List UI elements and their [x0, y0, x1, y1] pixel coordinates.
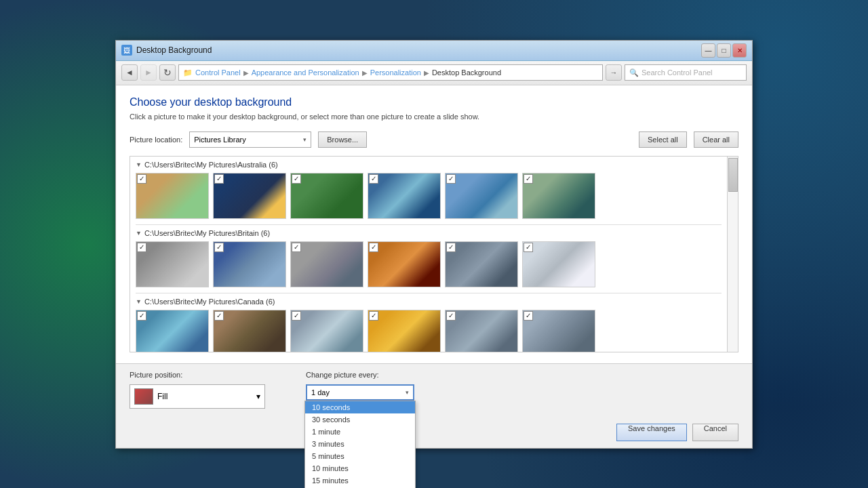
- thumb-ca4[interactable]: ✓: [368, 310, 441, 352]
- maximize-button[interactable]: □: [717, 43, 731, 58]
- breadcrumb-part2: Appearance and Personalization: [252, 68, 359, 77]
- thumb-au4[interactable]: ✓: [368, 173, 441, 219]
- thumb-au4-img: [368, 173, 441, 219]
- action-buttons: Save changes Cancel: [130, 424, 738, 441]
- address-bar[interactable]: 📁 Control Panel ▶ Appearance and Persona…: [178, 64, 603, 81]
- thumb-br2-check[interactable]: ✓: [214, 243, 224, 252]
- group-australia-arrow: ▼: [136, 161, 142, 168]
- position-value: Fill: [157, 392, 167, 401]
- thumb-au3-check[interactable]: ✓: [292, 174, 301, 184]
- thumb-br5[interactable]: ✓: [445, 241, 518, 287]
- toolbar: ◄ ► ↻ 📁 Control Panel ▶ Appearance and P…: [116, 61, 752, 85]
- option-15minutes[interactable]: 15 minutes: [305, 474, 415, 487]
- option-5minutes[interactable]: 5 minutes: [305, 450, 415, 462]
- thumb-br1-img: [136, 241, 209, 287]
- thumb-au3[interactable]: ✓: [290, 173, 363, 219]
- picture-location-value: Pictures Library: [194, 136, 245, 144]
- thumb-au2-img: [213, 173, 286, 219]
- thumb-au6-check[interactable]: ✓: [524, 174, 533, 184]
- position-arrow: ▾: [256, 392, 260, 401]
- forward-button[interactable]: ►: [140, 64, 157, 81]
- thumb-br5-img: [445, 241, 518, 287]
- thumb-au2-check[interactable]: ✓: [214, 174, 224, 184]
- bottom-row1: Picture position: Fill ▾ Change picture …: [130, 371, 738, 417]
- thumb-br1[interactable]: ✓: [136, 241, 209, 287]
- sep3: ▶: [424, 69, 429, 77]
- browse-button[interactable]: Browse...: [318, 131, 367, 148]
- controls-row: Picture location: Pictures Library ▾ Bro…: [130, 131, 738, 148]
- title-bar-left: 🖼 Desktop Background: [121, 45, 212, 56]
- select-all-button[interactable]: Select all: [639, 131, 687, 148]
- thumb-br4[interactable]: ✓: [368, 241, 441, 287]
- picture-grid[interactable]: ▼ C:\Users\Britec\My Pictures\Australia …: [130, 156, 738, 352]
- back-button[interactable]: ◄: [121, 64, 138, 81]
- thumb-br1-check[interactable]: ✓: [137, 243, 146, 252]
- scrollbar-thumb[interactable]: [728, 158, 738, 192]
- thumb-au5[interactable]: ✓: [445, 173, 518, 219]
- page-subtitle: Click a picture to make it your desktop …: [130, 113, 738, 121]
- thumb-ca4-check[interactable]: ✓: [369, 311, 378, 321]
- thumb-br2[interactable]: ✓: [213, 241, 286, 287]
- option-10minutes[interactable]: 10 minutes: [305, 462, 415, 474]
- sep1: ▶: [243, 69, 249, 77]
- thumb-au4-check[interactable]: ✓: [369, 174, 378, 184]
- thumb-br6[interactable]: ✓: [522, 241, 595, 287]
- thumb-au1[interactable]: ✓: [136, 173, 209, 219]
- thumb-ca1[interactable]: ✓: [136, 310, 209, 352]
- thumb-au6[interactable]: ✓: [522, 173, 595, 219]
- thumb-ca3-img: [290, 310, 363, 352]
- thumb-au5-check[interactable]: ✓: [446, 174, 456, 184]
- thumb-ca1-check[interactable]: ✓: [137, 311, 146, 321]
- thumb-br4-check[interactable]: ✓: [369, 243, 378, 252]
- clear-all-button[interactable]: Clear all: [694, 131, 738, 148]
- breadcrumb-part4: Desktop Background: [432, 68, 501, 77]
- thumb-br6-img: [522, 241, 595, 287]
- position-preview: [134, 388, 153, 405]
- option-10seconds[interactable]: 10 seconds: [305, 401, 415, 413]
- refresh-button[interactable]: ↻: [159, 64, 176, 81]
- thumb-br3[interactable]: ✓: [290, 241, 363, 287]
- option-3minutes[interactable]: 3 minutes: [305, 438, 415, 450]
- thumb-au1-check[interactable]: ✓: [137, 174, 146, 184]
- group-britain-thumbs: ✓ ✓ ✓ ✓: [136, 241, 722, 287]
- group-britain-header[interactable]: ▼ C:\Users\Britec\My Pictures\Britain (6…: [136, 229, 722, 237]
- position-dropdown[interactable]: Fill ▾: [130, 384, 265, 409]
- picture-location-arrow: ▾: [303, 136, 307, 143]
- thumb-br5-check[interactable]: ✓: [446, 243, 456, 252]
- option-30seconds[interactable]: 30 seconds: [305, 413, 415, 426]
- thumb-ca6[interactable]: ✓: [522, 310, 595, 352]
- thumb-au3-img: [290, 173, 363, 219]
- thumb-br3-check[interactable]: ✓: [292, 243, 301, 252]
- thumb-br6-check[interactable]: ✓: [524, 243, 533, 252]
- group-britain-arrow: ▼: [136, 230, 142, 237]
- save-changes-button[interactable]: Save changes: [616, 424, 687, 441]
- thumb-ca2[interactable]: ✓: [213, 310, 286, 352]
- thumb-ca3-check[interactable]: ✓: [292, 311, 301, 321]
- option-1minute[interactable]: 1 minute: [305, 426, 415, 438]
- thumb-ca6-check[interactable]: ✓: [524, 311, 533, 321]
- group-australia-header[interactable]: ▼ C:\Users\Britec\My Pictures\Australia …: [136, 161, 722, 169]
- thumb-ca4-img: [368, 310, 441, 352]
- group-canada-thumbs: ✓ ✓ ✓ ✓: [136, 310, 722, 352]
- thumb-ca2-check[interactable]: ✓: [214, 311, 224, 321]
- thumb-ca5-check[interactable]: ✓: [446, 311, 456, 321]
- search-bar[interactable]: 🔍 Search Control Panel: [625, 64, 747, 81]
- search-icon: 🔍: [629, 68, 639, 77]
- group-canada-header[interactable]: ▼ C:\Users\Britec\My Pictures\Canada (6): [136, 298, 722, 306]
- close-button[interactable]: ✕: [732, 43, 747, 58]
- cancel-button[interactable]: Cancel: [692, 424, 738, 441]
- picture-location-dropdown[interactable]: Pictures Library ▾: [189, 131, 311, 148]
- go-button[interactable]: →: [606, 64, 622, 81]
- change-label: Change picture every:: [306, 371, 414, 379]
- position-section: Picture position: Fill ▾: [130, 371, 265, 409]
- minimize-button[interactable]: —: [701, 43, 715, 58]
- scrollbar-track[interactable]: [727, 157, 738, 352]
- thumb-ca3[interactable]: ✓: [290, 310, 363, 352]
- thumb-br3-img: [290, 241, 363, 287]
- change-picture-options: 10 seconds 30 seconds 1 minute 3 minutes…: [304, 401, 416, 489]
- thumb-ca2-img: [213, 310, 286, 352]
- thumb-ca5-img: [445, 310, 518, 352]
- thumb-ca5[interactable]: ✓: [445, 310, 518, 352]
- change-picture-dropdown[interactable]: 1 day ▾: [306, 384, 414, 401]
- thumb-au2[interactable]: ✓: [213, 173, 286, 219]
